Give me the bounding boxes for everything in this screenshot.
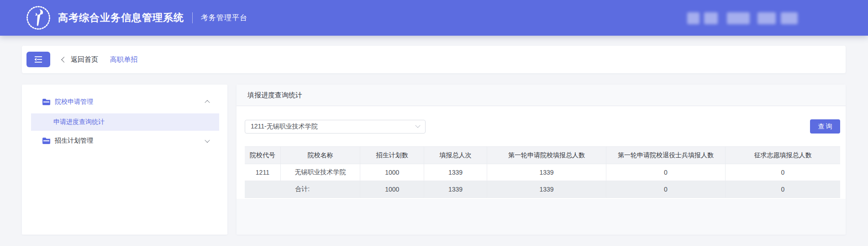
col-header: 招生计划数: [360, 147, 424, 164]
panel-body: 1211-无锡职业技术学院 查询 院校代号 院校名称 招生计划数 填报总人次: [237, 106, 846, 199]
page-title: 填报进度查询统计: [237, 85, 846, 106]
school-select-value: 1211-无锡职业技术学院: [251, 123, 416, 131]
controls-row: 1211-无锡职业技术学院 查询: [245, 119, 840, 134]
cell-supplementary-total: 0: [725, 164, 840, 181]
breadcrumb-current-tab[interactable]: 高职单招: [110, 55, 137, 64]
menu-label: 申请进度查询统计: [53, 118, 105, 126]
back-to-home-link[interactable]: 返回首页: [62, 55, 98, 64]
redacted-block: [727, 12, 750, 24]
app-title: 高考综合业务信息管理系统: [58, 11, 184, 25]
sidebar: 院校申请管理 申请进度查询统计 招生计划管理: [22, 85, 227, 235]
folder-icon: [42, 99, 50, 105]
cell-round1-total: 1339: [487, 164, 606, 181]
breadcrumb-bar: 返回首页 高职单招: [22, 46, 846, 73]
redacted-block: [704, 12, 718, 24]
menu-label: 院校申请管理: [55, 98, 205, 106]
chevron-left-icon: [61, 57, 67, 63]
chevron-up-icon: [205, 100, 210, 105]
query-button[interactable]: 查询: [810, 119, 840, 134]
redacted-block: [687, 12, 700, 24]
cell-round1-veterans: 0: [606, 164, 726, 181]
table-header-row: 院校代号 院校名称 招生计划数 填报总人次 第一轮申请院校填报总人数 第一轮申请…: [245, 147, 840, 164]
user-info-redacted: [687, 12, 798, 24]
col-header: 填报总人次: [424, 147, 487, 164]
col-header: 第一轮申请院校填报总人数: [487, 147, 606, 164]
total-supplementary: 0: [725, 181, 840, 198]
col-header: 院校代号: [245, 147, 280, 164]
cell-total-submissions: 1339: [424, 164, 487, 181]
menu-fold-icon: [34, 56, 43, 63]
school-select[interactable]: 1211-无锡职业技术学院: [245, 120, 426, 134]
menu-label: 招生计划管理: [55, 137, 205, 145]
back-link-label: 返回首页: [71, 55, 98, 64]
total-plan-count: 1000: [360, 181, 424, 198]
torch-emblem-icon: [25, 5, 52, 31]
total-round1-veterans: 0: [606, 181, 726, 198]
cell-college-code: 1211: [245, 164, 280, 181]
sidebar-item-college-application[interactable]: 院校申请管理: [22, 93, 227, 111]
progress-stats-table: 院校代号 院校名称 招生计划数 填报总人次 第一轮申请院校填报总人数 第一轮申请…: [245, 146, 840, 198]
total-label: 合计:: [245, 181, 360, 198]
table-total-row: 合计: 1000 1339 1339 0 0: [245, 181, 840, 198]
sidebar-item-application-progress[interactable]: 申请进度查询统计: [31, 113, 219, 131]
main-panel: 填报进度查询统计 1211-无锡职业技术学院 查询 院校代号 院校名称: [237, 85, 846, 235]
title-divider: [192, 12, 193, 23]
sidebar-item-enrollment-plan[interactable]: 招生计划管理: [22, 132, 227, 150]
folder-icon: [42, 138, 50, 144]
col-header: 征求志愿填报总人数: [725, 147, 840, 164]
content-area: 院校申请管理 申请进度查询统计 招生计划管理 填报进度查询统计 1211-无锡职…: [0, 73, 868, 235]
app-subtitle: 考务管理平台: [201, 13, 247, 23]
sidebar-collapse-button[interactable]: [26, 52, 50, 67]
chevron-down-icon: [415, 123, 420, 128]
col-header: 第一轮申请院校退役士兵填报人数: [606, 147, 726, 164]
chevron-down-icon: [205, 138, 210, 143]
total-round1: 1339: [487, 181, 606, 198]
total-submissions: 1339: [424, 181, 487, 198]
cell-plan-count: 1000: [360, 164, 424, 181]
redacted-block: [758, 12, 776, 24]
cell-college-name: 无锡职业技术学院: [280, 164, 360, 181]
app-header: 高考综合业务信息管理系统 考务管理平台: [0, 0, 868, 36]
redacted-block: [781, 12, 798, 24]
col-header: 院校名称: [280, 147, 360, 164]
table-row: 1211 无锡职业技术学院 1000 1339 1339 0 0: [245, 164, 840, 181]
